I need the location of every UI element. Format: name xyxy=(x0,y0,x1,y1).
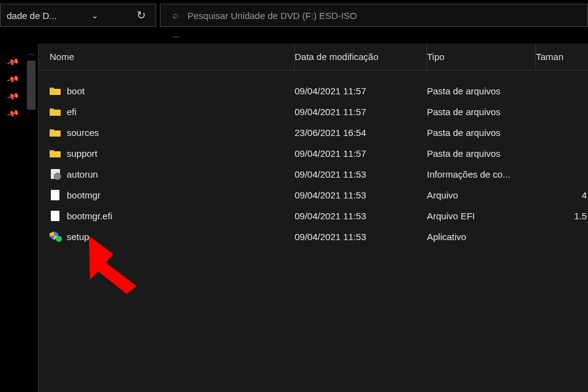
file-type: Pasta de arquivos xyxy=(427,107,500,117)
file-name: setup xyxy=(67,232,89,242)
file-row[interactable]: setup09/04/2021 11:53Aplicativo xyxy=(39,226,588,247)
search-placeholder: Pesquisar Unidade de DVD (F:) ESD-ISO xyxy=(187,10,357,21)
chevron-down-icon[interactable]: ⌄ xyxy=(87,10,103,20)
column-header-size[interactable]: Taman xyxy=(536,43,588,70)
breadcrumb-text: dade de D... xyxy=(7,10,57,21)
folder-icon xyxy=(50,148,61,159)
file-name: bootmgr xyxy=(67,190,100,200)
file-date: 09/04/2021 11:57 xyxy=(295,148,366,159)
column-header-type[interactable]: Tipo xyxy=(427,43,536,70)
file-date: 09/04/2021 11:57 xyxy=(295,107,366,117)
pin-icon[interactable]: 📌 xyxy=(0,103,26,124)
file-row[interactable]: sources23/06/2021 16:54Pasta de arquivos xyxy=(39,122,588,143)
file-date: 09/04/2021 11:57 xyxy=(295,86,366,96)
main-area: 📌 📌 📌 📌 ︿ Nome Data de modificação Tipo … xyxy=(0,43,588,392)
file-size: 1.5 xyxy=(574,211,587,221)
file-name: bootmgr.efi xyxy=(67,211,112,221)
file-icon xyxy=(50,210,61,221)
file-date: 09/04/2021 11:53 xyxy=(295,190,366,200)
file-date: 23/06/2021 16:54 xyxy=(295,127,366,138)
folder-icon xyxy=(50,106,61,117)
folder-icon xyxy=(50,127,61,138)
file-date: 09/04/2021 11:53 xyxy=(295,169,366,179)
file-list-pane: Nome Data de modificação Tipo Taman boot… xyxy=(39,43,588,392)
search-icon: ⌕ xyxy=(173,10,179,21)
column-header-name[interactable]: Nome xyxy=(50,43,295,70)
file-type: Informações de co... xyxy=(427,169,510,179)
file-row[interactable]: efi09/04/2021 11:57Pasta de arquivos xyxy=(39,101,588,122)
file-name: autorun xyxy=(67,169,98,179)
column-headers: Nome Data de modificação Tipo Taman xyxy=(39,43,588,70)
nav-scrollbar[interactable]: ︿ xyxy=(26,43,38,392)
scroll-thumb[interactable] xyxy=(27,61,36,110)
file-name: support xyxy=(67,148,97,159)
quick-access-pins: 📌 📌 📌 📌 xyxy=(0,43,26,392)
inf-file-icon xyxy=(50,168,61,179)
file-type: Pasta de arquivos xyxy=(427,86,500,96)
file-type: Pasta de arquivos xyxy=(427,127,500,138)
file-name: sources xyxy=(67,127,99,138)
folder-icon xyxy=(50,85,61,96)
header-splitter: ︿ xyxy=(0,31,588,43)
file-date: 09/04/2021 11:53 xyxy=(295,211,366,221)
file-size: 4 xyxy=(582,190,587,200)
file-name: boot xyxy=(67,86,85,96)
refresh-icon[interactable]: ↻ xyxy=(134,9,149,22)
file-row[interactable]: autorun09/04/2021 11:53Informações de co… xyxy=(39,164,588,184)
address-toolbar: dade de D... ⌄ ↻ ⌕ Pesquisar Unidade de … xyxy=(0,0,588,31)
breadcrumb-box[interactable]: dade de D... ⌄ ↻ xyxy=(0,4,156,27)
file-date: 09/04/2021 11:53 xyxy=(295,232,366,242)
file-icon xyxy=(50,189,61,200)
file-name: efi xyxy=(67,107,77,117)
application-icon xyxy=(50,232,61,241)
file-row[interactable]: support09/04/2021 11:57Pasta de arquivos xyxy=(39,143,588,164)
file-row[interactable]: bootmgr.efi09/04/2021 11:53Arquivo EFI1.… xyxy=(39,205,588,226)
caret-up-icon[interactable]: ︿ xyxy=(173,31,180,41)
file-type: Arquivo xyxy=(427,190,458,200)
file-rows: boot09/04/2021 11:57Pasta de arquivosefi… xyxy=(39,70,588,247)
file-type: Pasta de arquivos xyxy=(427,148,500,159)
file-type: Arquivo EFI xyxy=(427,211,475,221)
column-header-date[interactable]: Data de modificação xyxy=(295,43,427,70)
file-row[interactable]: boot09/04/2021 11:57Pasta de arquivos xyxy=(39,80,588,101)
file-type: Aplicativo xyxy=(427,232,466,242)
file-row[interactable]: bootmgr09/04/2021 11:53Arquivo4 xyxy=(39,184,588,205)
scroll-up-icon[interactable]: ︿ xyxy=(26,48,38,59)
search-box[interactable]: ⌕ Pesquisar Unidade de DVD (F:) ESD-ISO xyxy=(160,4,588,27)
